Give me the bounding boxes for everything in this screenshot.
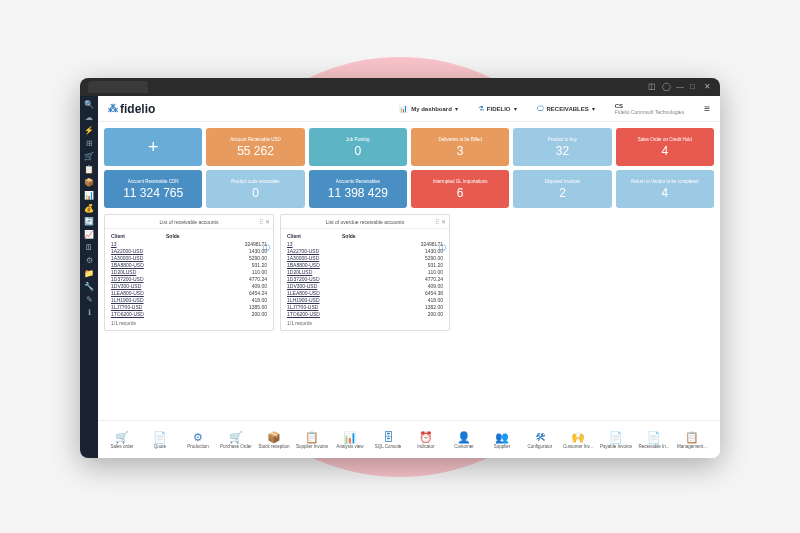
kpi-card[interactable]: Accounts Receivables11 398 429 [309, 170, 407, 208]
table-row[interactable]: 1332498L71 [287, 241, 443, 248]
kpi-card[interactable]: Return to Vendor to be completed4 [616, 170, 714, 208]
kpi-card[interactable]: Disputed Invoices2 [513, 170, 611, 208]
kpi-card[interactable]: Product code anomalies0 [206, 170, 304, 208]
sidebar-icon[interactable]: 💰 [84, 204, 94, 214]
table-row[interactable]: 1LEA800-USD6454.24 [111, 290, 267, 297]
sidebar-icon[interactable]: ⚙ [84, 256, 94, 266]
client-cell: 13 [287, 241, 342, 248]
minimize-icon[interactable]: — [676, 83, 684, 91]
toolbar-button[interactable]: 📋Supplier Invoice [294, 430, 330, 449]
balance-cell: 5290.00 [342, 255, 443, 262]
balance-cell: 1430.00 [166, 248, 267, 255]
maximize-icon[interactable]: □ [690, 83, 698, 91]
table-row[interactable]: 1BA8800-USD931.20 [111, 262, 267, 269]
balance-cell: 5290.00 [166, 255, 267, 262]
table-row[interactable]: 1D20LUSD110.00 [111, 269, 267, 276]
toolbar-button[interactable]: 🗄SQL Console [370, 430, 406, 449]
table-row[interactable]: 1D37200-USD4770.24 [111, 276, 267, 283]
kpi-card[interactable]: Account Receivable CDN11 324 765 [104, 170, 202, 208]
profile-icon[interactable]: ◯ [662, 83, 670, 91]
sidebar-icon[interactable]: ⊞ [84, 139, 94, 149]
kpi-card[interactable]: Product to buy32 [513, 128, 611, 166]
sidebar-icon[interactable]: 📊 [84, 191, 94, 201]
panel-title: List of receivable accounts [160, 219, 219, 225]
info-icon[interactable]: ⓘ [439, 243, 446, 253]
toolbar-button[interactable]: 🛒Sales order [104, 430, 140, 449]
extension-icon[interactable]: ◫ [648, 83, 656, 91]
toolbar-button[interactable]: 📄Quote [142, 430, 178, 449]
kpi-card[interactable]: Account Receivable USD55 262 [206, 128, 304, 166]
menu-icon[interactable]: ≡ [704, 103, 710, 114]
sidebar-icon[interactable]: ⚡ [84, 126, 94, 136]
table-row[interactable]: 1A22700-USD1430.00 [287, 248, 443, 255]
add-card-button[interactable]: + [104, 128, 202, 166]
table-row[interactable]: 1BA8800-USD931.20 [287, 262, 443, 269]
toolbar-button[interactable]: ⚙Production [180, 430, 216, 449]
kpi-card[interactable]: Deliveries to be Billed3 [411, 128, 509, 166]
table-row[interactable]: 1LJ7700-USD1385.00 [111, 304, 267, 311]
toolbar-button[interactable]: 🛠Configurator [522, 430, 558, 449]
table-row[interactable]: 1LH1900-USD418.00 [287, 297, 443, 304]
sidebar-icon[interactable]: 📦 [84, 178, 94, 188]
info-icon[interactable]: ⓘ [263, 243, 270, 253]
table-header: ClientSolde [287, 233, 443, 241]
toolbar-button[interactable]: 📋Management... [674, 430, 710, 449]
table-row[interactable]: 1D20LUSD110.00 [287, 269, 443, 276]
sidebar-icon[interactable]: 📋 [84, 165, 94, 175]
panel-controls-icon[interactable]: ⠿ ✕ [259, 218, 270, 225]
table-row[interactable]: 1A30000-USD5290.00 [287, 255, 443, 262]
toolbar-button[interactable]: 👤Customer [446, 430, 482, 449]
table-row[interactable]: 1D37200-USD4770.24 [287, 276, 443, 283]
tool-icon: 🗄 [383, 430, 394, 444]
panel-controls-icon[interactable]: ⠿ ✕ [435, 218, 446, 225]
kpi-card[interactable]: Job Posting0 [309, 128, 407, 166]
toolbar-button[interactable]: 👥Supplier [484, 430, 520, 449]
close-icon[interactable]: ✕ [704, 83, 712, 91]
toolbar-button[interactable]: 📦Stock reception [256, 430, 292, 449]
nav-module[interactable]: 🖵 RECEIVABLES ▾ [537, 105, 595, 112]
sidebar-icon[interactable]: ☁ [84, 113, 94, 123]
sidebar-icon[interactable]: 📈 [84, 230, 94, 240]
toolbar-button[interactable]: ⏰Indicator [408, 430, 444, 449]
sidebar-icon[interactable]: 🔧 [84, 282, 94, 292]
sidebar-icon[interactable]: 🛒 [84, 152, 94, 162]
logo-text: fidelio [120, 102, 155, 116]
sidebar-icon[interactable]: 🔍 [84, 100, 94, 110]
chart-icon: 📊 [399, 105, 408, 113]
sidebar-icon[interactable]: 🗓 [84, 243, 94, 253]
client-cell: 1A22700-USD [287, 248, 342, 255]
card-value: 11 324 765 [123, 186, 183, 200]
toolbar-button[interactable]: 📄Payable Invoice [598, 430, 634, 449]
toolbar-button[interactable]: 📄Receivable In... [636, 430, 672, 449]
sidebar-icon[interactable]: ℹ [84, 308, 94, 318]
toolbar-button[interactable]: 🛒Purchase Order [218, 430, 254, 449]
table-row[interactable]: 1LH1900-USD418.00 [111, 297, 267, 304]
table-row[interactable]: 1A30000-USD5290.00 [111, 255, 267, 262]
logo-icon: ⁂ [108, 103, 118, 114]
table-row[interactable]: 1TO6200-USD200.00 [287, 311, 443, 318]
tool-label: Payable Invoice [598, 444, 634, 449]
table-row[interactable]: 1TO6200-USD200.00 [111, 311, 267, 318]
toolbar-button[interactable]: 🙌Customer Inv... [560, 430, 596, 449]
sidebar-icon[interactable]: 🔄 [84, 217, 94, 227]
browser-tab[interactable] [88, 81, 148, 93]
kpi-card[interactable]: Sales Order on Credit Hold4 [616, 128, 714, 166]
table-row[interactable]: 1A22000-USD1430.00 [111, 248, 267, 255]
table-row[interactable]: 1332498L71 [111, 241, 267, 248]
tool-label: Sales order [104, 444, 140, 449]
table-row[interactable]: 1LJ7700-USD1382.00 [287, 304, 443, 311]
tool-label: Supplier Invoice [294, 444, 330, 449]
sidebar-icon[interactable]: ✎ [84, 295, 94, 305]
table-row[interactable]: 1DV300-USD409.00 [287, 283, 443, 290]
nav-user[interactable]: CS Fidelio Commsoft Technologies [615, 103, 684, 115]
kpi-card[interactable]: Interrupted GL Importations6 [411, 170, 509, 208]
sidebar-icon[interactable]: 📁 [84, 269, 94, 279]
table-row[interactable]: 1DV300-USD409.00 [111, 283, 267, 290]
table-row[interactable]: 1LEA800-USD6454.38 [287, 290, 443, 297]
nav-org[interactable]: ⚗ FIDELIO ▾ [478, 105, 517, 113]
data-panel: List of receivable accounts⠿ ✕ⓘClientSol… [104, 214, 274, 331]
col-header: Solde [342, 233, 443, 239]
nav-dashboard[interactable]: 📊 My dashboard ▾ [399, 105, 458, 113]
tool-icon: 🙌 [571, 430, 585, 444]
toolbar-button[interactable]: 📊Analysis view [332, 430, 368, 449]
